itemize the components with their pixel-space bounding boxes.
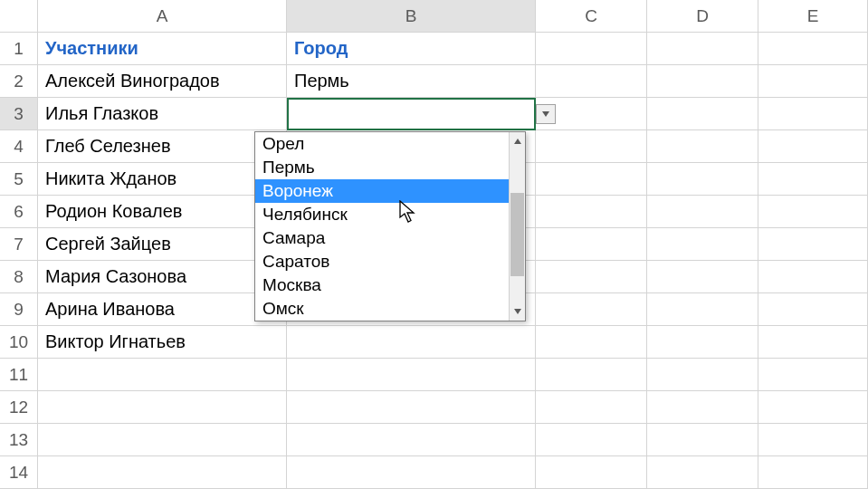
cell-A14[interactable]: [38, 456, 287, 489]
row-header-9[interactable]: 9: [0, 293, 38, 326]
row-header-10[interactable]: 10: [0, 326, 38, 359]
cell-C4[interactable]: [536, 130, 647, 163]
cell-E9[interactable]: [758, 293, 868, 326]
cell-D3[interactable]: [647, 98, 758, 130]
cell-C7[interactable]: [536, 228, 647, 261]
column-header-C[interactable]: C: [536, 0, 647, 33]
column-header-D[interactable]: D: [647, 0, 758, 33]
scroll-down-button[interactable]: [510, 302, 525, 321]
cell-D1[interactable]: [647, 33, 758, 65]
cell-C8[interactable]: [536, 261, 647, 293]
cell-A9[interactable]: Арина Иванова: [38, 293, 287, 326]
cell-A13[interactable]: [38, 424, 287, 456]
cell-D4[interactable]: [647, 130, 758, 163]
cell-C5[interactable]: [536, 163, 647, 196]
column-header-A[interactable]: A: [38, 0, 287, 33]
column-header-B[interactable]: B: [287, 0, 536, 33]
cell-E5[interactable]: [758, 163, 868, 196]
cell-D7[interactable]: [647, 228, 758, 261]
cell-B3[interactable]: [287, 98, 536, 130]
cell-B11[interactable]: [287, 359, 536, 391]
cell-D11[interactable]: [647, 359, 758, 391]
cell-B13[interactable]: [287, 424, 536, 456]
cell-C12[interactable]: [536, 391, 647, 424]
cell-C2[interactable]: [536, 65, 647, 98]
cell-B1[interactable]: Город: [287, 33, 536, 65]
row-header-1[interactable]: 1: [0, 33, 38, 65]
row-header-13[interactable]: 13: [0, 424, 38, 456]
cell-E4[interactable]: [758, 130, 868, 163]
cell-C13[interactable]: [536, 424, 647, 456]
scroll-track[interactable]: [510, 150, 525, 302]
dropdown-item[interactable]: Омск: [255, 297, 525, 321]
data-validation-dropdown[interactable]: ОрелПермьВоронежЧелябинскСамараСаратовМо…: [254, 131, 526, 321]
scroll-up-button[interactable]: [510, 132, 525, 150]
cell-E1[interactable]: [758, 33, 868, 65]
cell-E2[interactable]: [758, 65, 868, 98]
cell-D13[interactable]: [647, 424, 758, 456]
cell-A3[interactable]: Илья Глазков: [38, 98, 287, 130]
cell-A5[interactable]: Никита Жданов: [38, 163, 287, 196]
cell-B12[interactable]: [287, 391, 536, 424]
cell-A2[interactable]: Алексей Виноградов: [38, 65, 287, 98]
cell-D2[interactable]: [647, 65, 758, 98]
cell-A1[interactable]: Участники: [38, 33, 287, 65]
dropdown-item[interactable]: Москва: [255, 273, 525, 297]
row-header-2[interactable]: 2: [0, 65, 38, 98]
cell-E7[interactable]: [758, 228, 868, 261]
cell-A6[interactable]: Родион Ковалев: [38, 196, 287, 228]
scroll-thumb[interactable]: [510, 193, 524, 276]
select-all-corner[interactable]: [0, 0, 38, 33]
row-header-6[interactable]: 6: [0, 196, 38, 228]
cell-D8[interactable]: [647, 261, 758, 293]
cell-A4[interactable]: Глеб Селезнев: [38, 130, 287, 163]
dropdown-item[interactable]: Саратов: [255, 250, 525, 273]
row-header-4[interactable]: 4: [0, 130, 38, 163]
cell-E10[interactable]: [758, 326, 868, 359]
dropdown-item[interactable]: Пермь: [255, 156, 525, 179]
cell-E14[interactable]: [758, 456, 868, 489]
cell-C1[interactable]: [536, 33, 647, 65]
row-header-12[interactable]: 12: [0, 391, 38, 424]
cell-E13[interactable]: [758, 424, 868, 456]
cell-D12[interactable]: [647, 391, 758, 424]
cell-D5[interactable]: [647, 163, 758, 196]
dropdown-scrollbar[interactable]: [509, 132, 525, 321]
row-header-11[interactable]: 11: [0, 359, 38, 391]
row-header-7[interactable]: 7: [0, 228, 38, 261]
dropdown-item[interactable]: Воронеж: [255, 179, 525, 203]
cell-C14[interactable]: [536, 456, 647, 489]
row-header-14[interactable]: 14: [0, 456, 38, 489]
cell-A10[interactable]: Виктор Игнатьев: [38, 326, 287, 359]
row-header-5[interactable]: 5: [0, 163, 38, 196]
dropdown-item[interactable]: Орел: [255, 132, 525, 156]
column-header-E[interactable]: E: [758, 0, 868, 33]
cell-C9[interactable]: [536, 293, 647, 326]
cell-D6[interactable]: [647, 196, 758, 228]
cell-C6[interactable]: [536, 196, 647, 228]
cell-C11[interactable]: [536, 359, 647, 391]
dropdown-item[interactable]: Челябинск: [255, 203, 525, 226]
cell-E8[interactable]: [758, 261, 868, 293]
cell-E3[interactable]: [758, 98, 868, 130]
cell-A12[interactable]: [38, 391, 287, 424]
row-header-8[interactable]: 8: [0, 261, 38, 293]
cell-D9[interactable]: [647, 293, 758, 326]
cell-A8[interactable]: Мария Сазонова: [38, 261, 287, 293]
cell-C10[interactable]: [536, 326, 647, 359]
dropdown-toggle-button[interactable]: [536, 104, 556, 124]
cell-D10[interactable]: [647, 326, 758, 359]
cell-A11[interactable]: [38, 359, 287, 391]
cell-B10[interactable]: [287, 326, 536, 359]
cell-E11[interactable]: [758, 359, 868, 391]
cell-B2[interactable]: Пермь: [287, 65, 536, 98]
cell-E6[interactable]: [758, 196, 868, 228]
cell-D14[interactable]: [647, 456, 758, 489]
cell-E12[interactable]: [758, 391, 868, 424]
row-header-3[interactable]: 3: [0, 98, 38, 130]
dropdown-item[interactable]: Самара: [255, 226, 525, 250]
cell-A7[interactable]: Сергей Зайцев: [38, 228, 287, 261]
cell-B14[interactable]: [287, 456, 536, 489]
